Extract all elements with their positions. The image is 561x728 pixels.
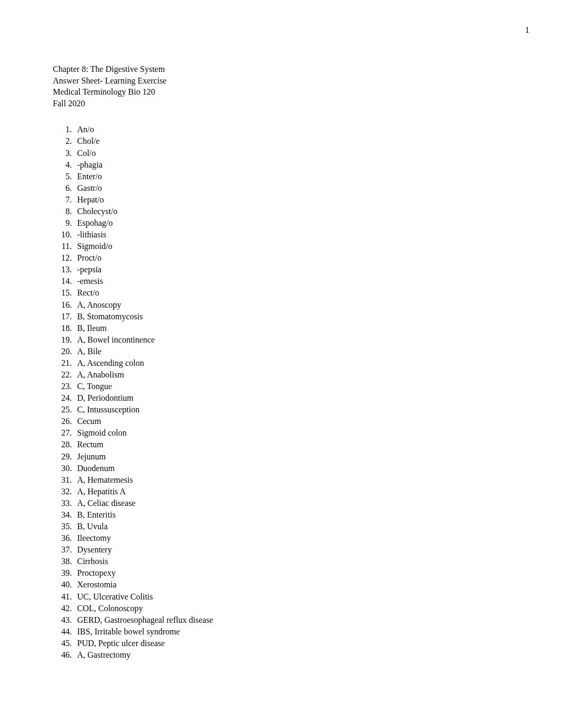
list-item: Chol/e <box>74 135 508 147</box>
list-item: Col/o <box>74 148 508 159</box>
list-item: Cholecyst/o <box>74 206 508 217</box>
list-item: Ileectomy <box>74 532 508 544</box>
list-item: Xerostomia <box>74 579 508 591</box>
list-item: GERD, Gastroesophageal reflux disease <box>74 614 508 626</box>
header-line-2: Answer Sheet- Learning Exercise <box>53 75 508 87</box>
list-item: Sigmoid colon <box>74 427 508 439</box>
list-item: A, Gastrectomy <box>74 649 508 661</box>
list-item: B, Ileum <box>74 322 508 334</box>
list-item: Rectum <box>74 439 508 450</box>
list-item: A, Celiac disease <box>74 497 508 509</box>
list-item: C, Tongue <box>74 381 508 392</box>
list-item: Espohag/o <box>74 217 508 229</box>
list-item: D, Periodontium <box>74 392 508 404</box>
list-item: Rect/o <box>74 287 508 299</box>
header-line-1: Chapter 8: The Digestive System <box>53 63 508 75</box>
list-item: B, Stomatomycosis <box>74 311 508 322</box>
header-line-4: Fall 2020 <box>53 98 508 109</box>
list-item: A, Hepatitis A <box>74 486 508 497</box>
list-item: Sigmoid/o <box>74 241 508 252</box>
document-header: Chapter 8: The Digestive System Answer S… <box>53 63 508 109</box>
list-item: A, Bile <box>74 346 508 357</box>
list-item: Dysentery <box>74 544 508 556</box>
list-item: -lithiasis <box>74 229 508 241</box>
list-item: Cirrhosis <box>74 556 508 567</box>
list-item: A, Ascending colon <box>74 357 508 369</box>
list-item: -emesis <box>74 275 508 287</box>
list-item: Duodenum <box>74 463 508 474</box>
list-item: A, Bowel incontinence <box>74 334 508 346</box>
list-item: An/o <box>74 124 508 135</box>
document-page: 1 Chapter 8: The Digestive System Answer… <box>0 0 561 728</box>
list-item: C, Intussusception <box>74 404 508 416</box>
list-item: B, Enteritis <box>74 509 508 521</box>
list-item: A, Anabolism <box>74 369 508 381</box>
list-item: B, Uvula <box>74 521 508 532</box>
list-item: Proct/o <box>74 252 508 264</box>
list-item: UC, Ulcerative Colitis <box>74 591 508 603</box>
list-item: Proctopexy <box>74 567 508 579</box>
list-item: A, Hematemesis <box>74 474 508 486</box>
header-line-3: Medical Terminology Bio 120 <box>53 86 508 98</box>
list-item: Gastr/o <box>74 182 508 194</box>
list-item: Cecum <box>74 416 508 427</box>
answers-list: An/o Chol/e Col/o -phagia Enter/o Gastr/… <box>74 124 508 661</box>
list-item: Hepat/o <box>74 194 508 206</box>
list-item: -phagia <box>74 159 508 171</box>
list-item: -pepsia <box>74 264 508 275</box>
list-item: Jejunum <box>74 451 508 463</box>
page-number: 1 <box>525 25 529 35</box>
list-item: PUD, Peptic ulcer disease <box>74 638 508 649</box>
list-item: IBS, Irritable bowel syndrome <box>74 626 508 638</box>
list-item: Enter/o <box>74 171 508 182</box>
list-item: COL, Colonoscopy <box>74 603 508 614</box>
list-item: A, Anoscopy <box>74 299 508 311</box>
